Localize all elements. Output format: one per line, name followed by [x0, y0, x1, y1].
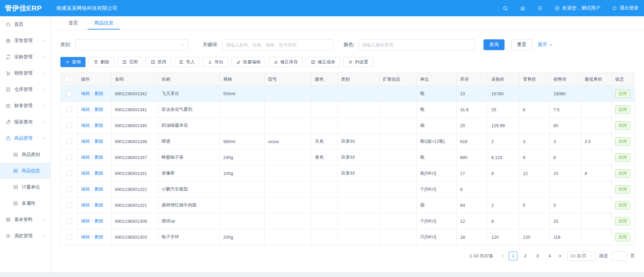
edit-link[interactable]: 编辑	[81, 91, 90, 96]
fix-cost-button[interactable]: 修正成本	[306, 57, 340, 67]
edit-link[interactable]: 编辑	[81, 139, 90, 144]
cell-min_price	[581, 86, 612, 102]
cell-category	[338, 213, 379, 229]
row-checkbox[interactable]	[67, 186, 72, 192]
sidebar-item-sales[interactable]: 销售管理	[0, 65, 51, 81]
row-checkbox[interactable]	[67, 218, 72, 224]
disable-button[interactable]: 禁用	[146, 57, 171, 67]
row-checkbox[interactable]	[67, 155, 72, 160]
select-all-checkbox[interactable]	[64, 77, 70, 82]
batch-edit-button[interactable]: 批量编辑	[231, 57, 265, 67]
sidebar-item-home[interactable]: 首页	[0, 16, 51, 33]
cell-retail_price: 3	[519, 134, 550, 150]
export-button[interactable]: 导出	[203, 57, 228, 67]
fix-stock-button[interactable]: 修正库存	[269, 57, 303, 67]
color-input[interactable]	[359, 39, 475, 50]
reset-button[interactable]: 重置	[511, 39, 532, 50]
add-button[interactable]: 新增	[60, 57, 86, 67]
page-number-1[interactable]: 1	[509, 252, 517, 260]
category-select[interactable]	[75, 39, 188, 50]
sidebar-subitem-goods-info[interactable]: 商品信息	[0, 163, 51, 179]
import-button[interactable]: 导入	[174, 57, 200, 67]
delete-link[interactable]: 删除	[94, 202, 103, 207]
cell-min_price: 8	[581, 165, 612, 181]
delete-link[interactable]: 删除	[94, 91, 103, 96]
edit-link[interactable]: 编辑	[81, 155, 90, 160]
delete-link[interactable]: 删除	[94, 107, 103, 112]
table-row: 编辑|删除6901236301321康师傅红烧牛肉面袋64255启用	[61, 197, 635, 213]
status-badge: 启用	[615, 153, 630, 162]
delete-link[interactable]: 删除	[94, 139, 103, 144]
row-checkbox[interactable]	[67, 234, 72, 240]
sidebar-item-basic-data[interactable]: 基本资料	[0, 212, 51, 228]
sidebar-subitem-multi-attr[interactable]: 多属性	[0, 195, 51, 212]
welcome-user[interactable]: 欢迎您，测试用户	[554, 5, 600, 11]
cell-ext	[379, 134, 417, 150]
delete-link[interactable]: 删除	[94, 155, 103, 160]
cell-retail_price: 12	[519, 165, 550, 181]
row-checkbox[interactable]	[67, 107, 72, 112]
row-actions: 编辑|删除	[78, 102, 112, 118]
expand-link[interactable]: 展开	[538, 42, 553, 48]
logout-button[interactable]: 退出登录	[612, 5, 639, 11]
search-button[interactable]: 查询	[484, 39, 505, 50]
home-bank-icon[interactable]	[520, 5, 526, 11]
sidebar-item-finance[interactable]: 财务管理	[0, 98, 51, 114]
row-checkbox[interactable]	[67, 202, 72, 208]
row-checkbox[interactable]	[67, 91, 72, 96]
row-checkbox[interactable]	[67, 171, 72, 176]
edit-link[interactable]: 编辑	[81, 186, 90, 192]
delete-link[interactable]: 删除	[94, 171, 103, 176]
column-settings-button[interactable]: 列设置	[343, 57, 373, 67]
delete-link[interactable]: 删除	[94, 234, 103, 239]
page-number-3[interactable]: 3	[533, 252, 542, 260]
edit-link[interactable]: 编辑	[81, 107, 90, 112]
search-icon[interactable]	[503, 5, 508, 11]
cell-color: 黄色	[311, 150, 338, 165]
row-checkbox[interactable]	[67, 139, 72, 144]
tab-home[interactable]: 首页	[62, 16, 85, 29]
cell-retail_price	[519, 213, 550, 229]
chevron-down-icon	[42, 39, 46, 43]
sidebar-item-warehouse[interactable]: 仓库管理	[0, 81, 51, 98]
sidebar-item-report[interactable]: 报表查询	[0, 114, 51, 130]
delete-link[interactable]: 删除	[94, 186, 103, 192]
sidebar-item-purchase[interactable]: 采购管理	[0, 49, 51, 65]
page-size-select[interactable]: 10 条/页	[567, 251, 595, 261]
delete-link[interactable]: 删除	[94, 218, 103, 223]
cell-purchase_price: 6.123	[488, 150, 519, 165]
page-number-2[interactable]: 2	[521, 252, 530, 260]
jump-page-input[interactable]	[611, 251, 627, 261]
row-checkbox[interactable]	[67, 123, 72, 128]
cell-spec: 200g	[220, 229, 265, 245]
edit-link[interactable]: 编辑	[81, 171, 90, 176]
sidebar-item-goods[interactable]: 商品管理	[0, 130, 51, 146]
column-header: 销售价	[550, 73, 581, 86]
sidebar-item-system[interactable]: 系统管理	[0, 228, 51, 244]
status-badge: 启用	[615, 169, 630, 178]
edit-link[interactable]: 编辑	[81, 218, 90, 223]
delete-link[interactable]: 删除	[94, 123, 103, 128]
prev-page-button[interactable]: <	[501, 253, 504, 259]
table-row: 编辑|删除6901236301303电子手环200g只[SKU]18120120…	[61, 229, 635, 245]
sidebar-item-retail[interactable]: 零售管理	[0, 33, 51, 49]
bell-icon[interactable]	[537, 5, 543, 11]
edit-link[interactable]: 编辑	[81, 123, 90, 128]
enable-button[interactable]: 启用	[117, 57, 143, 67]
cell-model	[265, 197, 311, 213]
keyword-input[interactable]	[222, 39, 333, 50]
cell-sale_price: 18060	[550, 86, 581, 102]
edit-link[interactable]: 编辑	[81, 202, 90, 207]
cell-unit: 瓶	[417, 86, 457, 102]
chevron-down-icon	[42, 88, 46, 92]
edit-link[interactable]: 编辑	[81, 234, 90, 239]
cell-sale_price: 116	[550, 229, 581, 245]
delete-button[interactable]: 删除	[89, 57, 114, 67]
tab-goods-info[interactable]: 商品信息	[88, 16, 120, 29]
next-page-button[interactable]: >	[558, 253, 561, 259]
sidebar-subitem-measure-unit[interactable]: 计量单位	[0, 179, 51, 195]
page-number-4[interactable]: 4	[545, 252, 554, 260]
sidebar-subitem-goods-category[interactable]: 商品类别	[0, 146, 51, 163]
cell-spec: 100g	[220, 165, 265, 181]
row-checkbox-cell	[61, 134, 78, 150]
